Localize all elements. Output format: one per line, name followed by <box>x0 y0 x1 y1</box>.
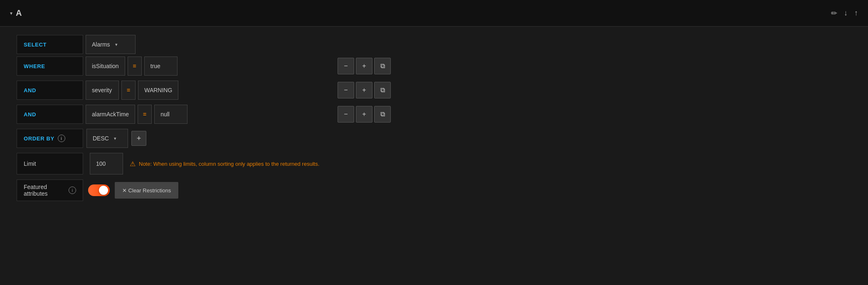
featured-toggle[interactable] <box>88 184 110 196</box>
and1-value[interactable]: WARNING <box>138 81 178 100</box>
and2-plus-button[interactable]: + <box>356 106 372 123</box>
and1-copy-button[interactable]: ⧉ <box>374 82 391 98</box>
toggle-thumb <box>99 186 108 195</box>
where-actions: − + ⧉ <box>338 58 391 74</box>
and1-row: AND severity = WARNING <box>17 81 178 100</box>
and2-keyword: AND <box>17 105 83 124</box>
limit-row: Limit 100 ⚠ Note: When using limits, col… <box>17 153 391 174</box>
where-minus-button[interactable]: − <box>338 58 354 74</box>
upload-icon[interactable]: ↑ <box>854 9 858 17</box>
featured-label: Featured attributes <box>24 184 65 197</box>
and1-keyword: AND <box>17 81 83 100</box>
page-title: A <box>16 8 22 18</box>
clear-restrictions-button[interactable]: ✕ Clear Restrictions <box>115 182 178 199</box>
limit-label: Limit <box>17 153 83 174</box>
toggle-track <box>88 184 110 196</box>
query-builder: SELECT Alarms ▾ WHERE isSituation = true… <box>17 35 391 201</box>
chevron-down-icon[interactable]: ▾ <box>10 10 12 16</box>
and2-operator[interactable]: = <box>138 105 152 124</box>
featured-info-icon[interactable]: i <box>69 187 76 194</box>
limit-value[interactable]: 100 <box>90 153 123 174</box>
and1-minus-button[interactable]: − <box>338 82 354 98</box>
where-value[interactable]: true <box>144 57 178 76</box>
order-by-keyword: ORDER BY i <box>17 129 83 148</box>
order-by-label: ORDER BY <box>24 135 54 142</box>
and1-actions: − + ⧉ <box>338 82 391 98</box>
download-icon[interactable]: ↓ <box>844 9 848 17</box>
where-row-container: WHERE isSituation = true − + ⧉ <box>17 57 391 76</box>
warning-icon: ⚠ <box>130 160 136 168</box>
and1-plus-button[interactable]: + <box>356 82 372 98</box>
and2-row: AND alarmAckTime = null <box>17 105 187 124</box>
select-value: Alarms <box>92 41 110 48</box>
where-plus-button[interactable]: + <box>356 58 372 74</box>
featured-attributes-row: Featured attributes i ✕ Clear Restrictio… <box>17 179 391 201</box>
order-by-info-icon[interactable]: i <box>58 135 65 142</box>
select-row: SELECT Alarms ▾ <box>17 35 391 54</box>
and2-minus-button[interactable]: − <box>338 106 354 123</box>
where-operator[interactable]: = <box>128 57 142 76</box>
order-by-arrow-icon: ▾ <box>114 136 116 141</box>
select-keyword: SELECT <box>17 35 83 54</box>
limit-note: ⚠ Note: When using limits, column sortin… <box>130 160 319 168</box>
and2-row-container: AND alarmAckTime = null − + ⧉ <box>17 105 391 124</box>
and1-field[interactable]: severity <box>86 81 119 100</box>
and2-value[interactable]: null <box>154 105 187 124</box>
order-by-row: ORDER BY i DESC ▾ + <box>17 129 391 148</box>
where-field[interactable]: isSituation <box>86 57 125 76</box>
top-bar-actions: ✏ ↓ ↑ <box>831 9 858 18</box>
select-dropdown[interactable]: Alarms ▾ <box>86 35 136 54</box>
order-by-value: DESC <box>93 135 109 142</box>
where-row: WHERE isSituation = true <box>17 57 178 76</box>
and2-copy-button[interactable]: ⧉ <box>374 106 391 123</box>
select-arrow-icon: ▾ <box>115 42 118 47</box>
and2-actions: − + ⧉ <box>338 106 391 123</box>
top-bar-left: ▾ A <box>10 8 22 18</box>
top-bar: ▾ A ✏ ↓ ↑ <box>0 0 868 27</box>
main-content: SELECT Alarms ▾ WHERE isSituation = true… <box>0 27 868 209</box>
and2-field[interactable]: alarmAckTime <box>86 105 135 124</box>
order-by-add-button[interactable]: + <box>131 131 146 146</box>
edit-icon[interactable]: ✏ <box>831 9 837 18</box>
featured-label-cell: Featured attributes i <box>17 179 83 201</box>
and1-row-container: AND severity = WARNING − + ⧉ <box>17 81 391 100</box>
and1-operator[interactable]: = <box>121 81 136 100</box>
where-copy-button[interactable]: ⧉ <box>374 58 391 74</box>
note-text-content: Note: When using limits, column sorting … <box>139 161 319 167</box>
where-keyword: WHERE <box>17 57 83 76</box>
order-by-dropdown[interactable]: DESC ▾ <box>86 129 128 148</box>
